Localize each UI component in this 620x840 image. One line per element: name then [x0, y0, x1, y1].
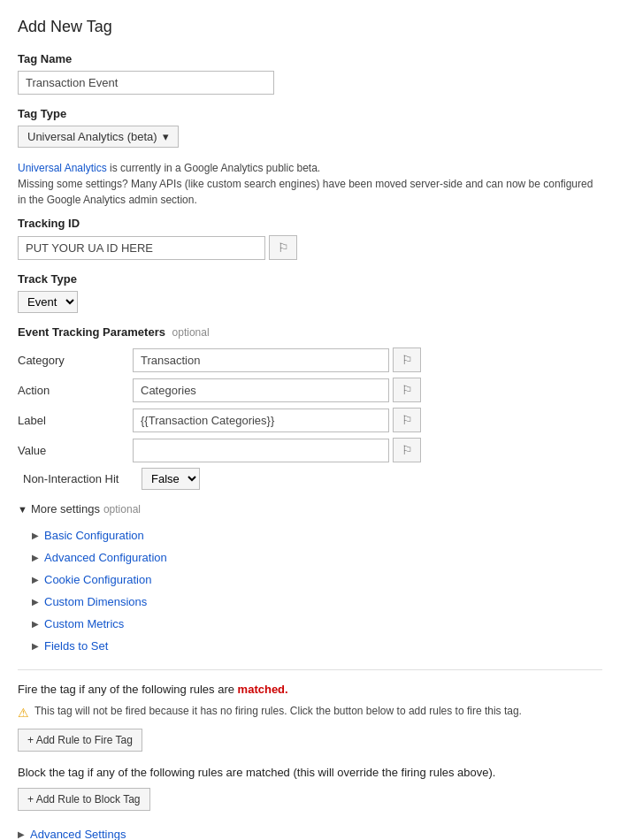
more-settings-label: More settings	[31, 502, 100, 515]
track-type-label: Track Type	[18, 272, 602, 286]
add-fire-rule-button[interactable]: + Add Rule to Fire Tag	[18, 729, 142, 752]
tracking-id-picker-btn[interactable]: ⚐	[269, 235, 297, 260]
param-picker-value[interactable]: ⚐	[393, 438, 421, 462]
collapsible-fields-to-set-label: Fields to Set	[44, 639, 108, 653]
param-input-category[interactable]	[133, 348, 389, 372]
ua-info: Universal Analytics is currently in a Go…	[18, 160, 602, 208]
tag-type-label: Tag Type	[18, 107, 602, 120]
param-input-cell-label: ⚐	[133, 408, 421, 432]
more-settings-section: ▼ More settings optional ▶ Basic Configu…	[18, 502, 602, 657]
param-label-action: Action	[18, 384, 133, 397]
param-picker-category[interactable]: ⚐	[393, 347, 421, 372]
param-row-label: Label ⚐	[18, 408, 602, 432]
non-interaction-row: Non-Interaction Hit False True	[18, 468, 602, 490]
tracking-id-row: ⚐	[18, 235, 602, 260]
collapsible-cookie-config[interactable]: ▶ Cookie Configuration	[18, 569, 602, 591]
chevron-right-icon-6: ▶	[32, 641, 39, 651]
fire-rule-prefix: Fire the tag if any of the following rul…	[18, 683, 234, 696]
track-type-select[interactable]: Event	[18, 291, 78, 313]
collapsible-advanced-config[interactable]: ▶ Advanced Configuration	[18, 546, 602, 569]
param-picker-label[interactable]: ⚐	[393, 408, 421, 432]
page-title: Add New Tag	[18, 18, 602, 36]
fire-tag-section: Fire the tag if any of the following rul…	[18, 683, 602, 752]
collapsible-basic-config-label: Basic Configuration	[44, 529, 144, 542]
event-tracking-header: Event Tracking Parameters optional	[18, 325, 602, 339]
tag-type-value: Universal Analytics (beta)	[27, 130, 157, 143]
fire-tag-text: Fire the tag if any of the following rul…	[18, 683, 602, 696]
collapse-icon: ▼	[18, 504, 27, 515]
param-label-category: Category	[18, 354, 133, 367]
collapsible-items: ▶ Basic Configuration ▶ Advanced Configu…	[18, 524, 602, 657]
warning-icon: ⚠	[18, 706, 29, 720]
collapsible-advanced-config-label: Advanced Configuration	[44, 551, 167, 564]
param-input-value[interactable]	[133, 439, 389, 462]
divider-1	[18, 669, 602, 670]
param-label-value: Value	[18, 444, 133, 457]
param-row-value: Value ⚐	[18, 438, 602, 462]
collapsible-custom-metrics-label: Custom Metrics	[44, 617, 124, 630]
chevron-right-icon-4: ▶	[32, 597, 39, 607]
tag-name-section: Tag Name	[18, 52, 602, 95]
chevron-right-icon-2: ▶	[32, 553, 39, 562]
chevron-right-icon: ▶	[32, 531, 39, 540]
param-input-cell-action: ⚐	[133, 378, 421, 402]
add-block-rule-button[interactable]: + Add Rule to Block Tag	[18, 788, 150, 811]
warning-row: ⚠ This tag will not be fired because it …	[18, 705, 602, 720]
param-input-cell-category: ⚐	[133, 347, 421, 372]
advanced-settings-label: Advanced Settings	[30, 828, 126, 840]
param-row-action: Action ⚐	[18, 378, 602, 402]
event-tracking-optional: optional	[172, 326, 210, 339]
chevron-right-icon-5: ▶	[32, 619, 39, 629]
collapsible-cookie-config-label: Cookie Configuration	[44, 573, 151, 586]
event-tracking-section: Event Tracking Parameters optional Categ…	[18, 325, 602, 490]
param-input-label[interactable]	[133, 409, 389, 432]
ua-link[interactable]: Universal Analytics	[18, 162, 107, 174]
tag-name-label: Tag Name	[18, 52, 602, 65]
param-input-action[interactable]	[133, 378, 389, 402]
non-interaction-label: Non-Interaction Hit	[18, 472, 133, 485]
tag-type-dropdown[interactable]: Universal Analytics (beta) ▾	[18, 126, 179, 148]
advanced-settings-section[interactable]: ▶ Advanced Settings	[18, 823, 602, 840]
chevron-down-icon: ▾	[163, 130, 169, 143]
param-input-cell-value: ⚐	[133, 438, 421, 462]
tracking-id-section: Tracking ID ⚐	[18, 217, 602, 260]
tracking-id-label: Tracking ID	[18, 217, 602, 230]
track-type-section: Track Type Event	[18, 272, 602, 313]
fire-rule-matched: matched.	[238, 683, 288, 696]
ua-info-line2: Missing some settings? Many APIs (like c…	[18, 178, 593, 206]
warning-text: This tag will not be fired because it ha…	[34, 705, 522, 717]
tag-type-section: Tag Type Universal Analytics (beta) ▾	[18, 107, 602, 148]
collapsible-basic-config[interactable]: ▶ Basic Configuration	[18, 524, 602, 546]
more-settings-optional: optional	[103, 503, 141, 515]
chevron-right-icon-3: ▶	[32, 575, 39, 584]
collapsible-custom-dimensions-label: Custom Dimensions	[44, 595, 147, 608]
non-interaction-select[interactable]: False True	[142, 468, 200, 490]
collapsible-custom-metrics[interactable]: ▶ Custom Metrics	[18, 613, 602, 635]
collapsible-custom-dimensions[interactable]: ▶ Custom Dimensions	[18, 591, 602, 613]
param-label-label: Label	[18, 414, 133, 427]
param-row-category: Category ⚐	[18, 347, 602, 372]
more-settings-header[interactable]: ▼ More settings optional	[18, 502, 602, 515]
param-picker-action[interactable]: ⚐	[393, 378, 421, 402]
tag-name-input[interactable]	[18, 71, 274, 95]
ua-info-line1: is currently in a Google Analytics publi…	[110, 162, 320, 174]
collapsible-fields-to-set[interactable]: ▶ Fields to Set	[18, 635, 602, 657]
chevron-right-icon-advanced: ▶	[18, 829, 25, 839]
block-rule-text: Block the tag if any of the following ru…	[18, 766, 602, 779]
block-tag-section: Block the tag if any of the following ru…	[18, 766, 602, 811]
tracking-id-input[interactable]	[18, 236, 265, 260]
